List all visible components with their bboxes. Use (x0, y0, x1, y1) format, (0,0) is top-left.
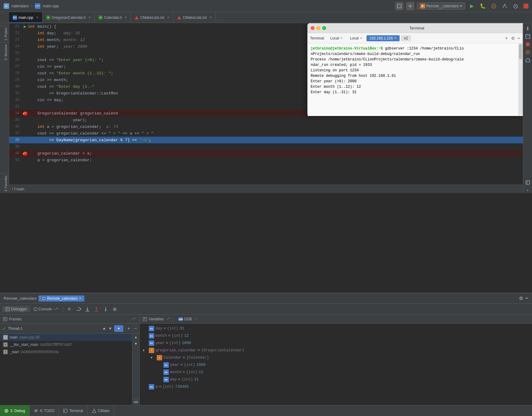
line-code-38: << DayName[gregorian_calendar % 7] << "\… (28, 138, 151, 142)
right-btn-3[interactable] (525, 49, 531, 55)
tab-cmake-1[interactable]: CMakeLists.txt ✕ (131, 12, 173, 23)
term-add-button[interactable]: + (505, 36, 508, 41)
term-gear-button[interactable]: ⚙ (511, 36, 515, 41)
status-terminal-btn[interactable]: Terminal (59, 405, 87, 416)
term-tab-close-1[interactable]: ✕ (340, 36, 343, 40)
debugger-tab-btn[interactable]: Debugger (2, 306, 30, 312)
var-expand-calendar[interactable]: ▼ (151, 356, 155, 360)
editor-tab-bar: c++ main.cpp ✕ H GregorianCalendar.h ✕ H… (0, 12, 532, 23)
status-todo-btn[interactable]: 6: TODO (30, 405, 59, 416)
svg-marker-6 (177, 16, 181, 19)
frame-glasses-icon[interactable] (132, 399, 139, 405)
tab-cmake-2[interactable]: CMakeLists.txt ✕ (173, 12, 216, 23)
term-tab-local-2[interactable]: Local ✕ (347, 35, 365, 41)
status-cmake-btn[interactable]: CMake (88, 405, 114, 416)
var-expand-gregorian[interactable]: ▼ (143, 349, 148, 352)
coverage-button[interactable] (489, 2, 498, 10)
frames-scroll-area: main main.cpp:38 __libc_start_main 0x000… (0, 334, 139, 405)
thread-down-icon[interactable] (108, 326, 112, 331)
line-code-23: int month; month: 12 (28, 38, 85, 42)
tab-close-main[interactable]: ✕ (36, 16, 39, 19)
term-tab-list[interactable]: ≡2 (401, 35, 411, 41)
status-debug-btn[interactable]: 5: Debug (0, 405, 30, 416)
right-sidebar: » (523, 23, 532, 193)
tab-close-2[interactable]: ✕ (88, 16, 91, 19)
debug-tab-close[interactable]: ✕ (79, 297, 81, 300)
terminal-header: Terminal (308, 23, 523, 33)
line-code-25 (28, 51, 30, 56)
tab-close-3[interactable]: ✕ (124, 16, 127, 19)
term-tab-close-2[interactable]: ✕ (360, 36, 362, 40)
frames-list-icon-btn[interactable]: ≡ (65, 305, 73, 313)
step-over-btn[interactable] (74, 305, 83, 313)
tab-icon-h2: H (98, 15, 103, 20)
frame-item-libc[interactable]: __libc_start_main 0x00007ffff767cb97 (0, 341, 132, 348)
term-tab-ip[interactable]: 192.168.1.226 ✕ (367, 35, 400, 41)
frames-export-btn[interactable]: →* (130, 317, 136, 321)
tab-main-cpp[interactable]: c++ main.cpp ✕ (9, 12, 43, 23)
sidebar-tab-project[interactable]: 1: Project (0, 26, 9, 42)
status-terminal-icon (63, 409, 67, 413)
tab-label-4: CMakeLists.txt (140, 15, 164, 20)
debug-button[interactable]: 🐛 (479, 2, 487, 10)
right-btn-stop[interactable] (525, 41, 531, 47)
debug-settings-icon[interactable]: ⚙ (519, 295, 523, 301)
frame-scroll-down[interactable]: ▼ (133, 340, 139, 347)
traffic-lights (308, 26, 329, 30)
frame-scroll-up[interactable]: ▲ (133, 334, 139, 340)
tab-close-5[interactable]: ✕ (210, 16, 212, 19)
terminal-scrollbar[interactable] (518, 43, 523, 115)
var-type-cal-year: {int} (184, 363, 196, 367)
thread-up-icon[interactable] (102, 326, 106, 331)
right-btn-5[interactable] (525, 179, 531, 186)
sidebar-tab-favorites[interactable]: 2: Favorites (0, 173, 9, 193)
term-tab-local-1[interactable]: Local ✕ (327, 35, 346, 41)
profile-button[interactable] (500, 2, 509, 10)
terminal-label: Terminal: (310, 36, 325, 40)
step-into-btn[interactable] (83, 305, 92, 313)
tab-calendar-h[interactable]: H Calendar.h ✕ (95, 12, 131, 23)
step-out-btn[interactable] (92, 305, 101, 313)
evaluate-btn[interactable]: ⊞ (111, 305, 119, 313)
term-minimize-button[interactable]: − (517, 36, 520, 41)
console-tab-btn[interactable]: Console →* (31, 306, 61, 312)
traffic-light-close[interactable] (311, 26, 315, 30)
thread-dropdown-btn[interactable]: ▾ (114, 325, 123, 332)
right-btn-2[interactable] (525, 33, 531, 39)
line-code-32: cin >> day; (28, 98, 63, 102)
frame-item-main[interactable]: main main.cpp:38 (0, 334, 132, 341)
timer-button[interactable] (511, 2, 520, 10)
run-button[interactable]: ▶ (468, 2, 476, 10)
thread-add-btn[interactable]: + (125, 326, 130, 331)
gdb-tab-btn[interactable]: GDB GDB →* (176, 316, 200, 322)
var-val-year: 2000 (182, 341, 191, 345)
gdb-arrow: →* (193, 317, 197, 321)
tab-close-4[interactable]: ✕ (167, 16, 169, 19)
debug-minimize-icon[interactable]: − (525, 295, 528, 302)
run-config-selector[interactable]: ▶ Remote__calendars ▾ (417, 2, 465, 10)
window-icon-btn[interactable] (395, 2, 404, 10)
gdb-icon: GDB (179, 317, 183, 321)
traffic-light-maximize[interactable] (322, 26, 326, 30)
right-btn-1[interactable] (525, 26, 531, 32)
sidebar-tab-structure[interactable]: Z: Structure (0, 42, 9, 62)
run-to-cursor-btn[interactable] (101, 305, 110, 313)
term-tab-close-ip[interactable]: ✕ (394, 36, 397, 40)
line-code-34: GregorianCalendar gregorian_calend (28, 111, 118, 116)
frame-file-libc: 0x00007ffff767cb97 (40, 343, 72, 347)
right-btn-more[interactable]: » (526, 187, 530, 193)
var-name-gregorian: gregorian_calendar (155, 348, 196, 353)
var-year: 01 year = {int} 2000 (140, 339, 532, 347)
debug-tab[interactable]: Remote_calendars ✕ (39, 295, 84, 302)
terminal-body: jetbrains@jetbrains-VirtualBox:~$ gdbser… (308, 43, 523, 116)
var-name-day: day (155, 326, 162, 331)
traffic-light-minimize[interactable] (316, 26, 320, 30)
thread-remove-btn[interactable]: − (132, 326, 137, 331)
svg-marker-25 (87, 309, 88, 311)
right-btn-4[interactable] (525, 57, 531, 63)
tab-gregorian-h[interactable]: H GregorianCalendar.h ✕ (43, 12, 95, 23)
stop-button[interactable] (523, 4, 528, 9)
settings-icon-btn[interactable] (406, 2, 414, 10)
frame-item-start[interactable]: _start 0x00000555555555c9a (0, 348, 132, 356)
terminal-scroll-thumb[interactable] (519, 44, 522, 59)
